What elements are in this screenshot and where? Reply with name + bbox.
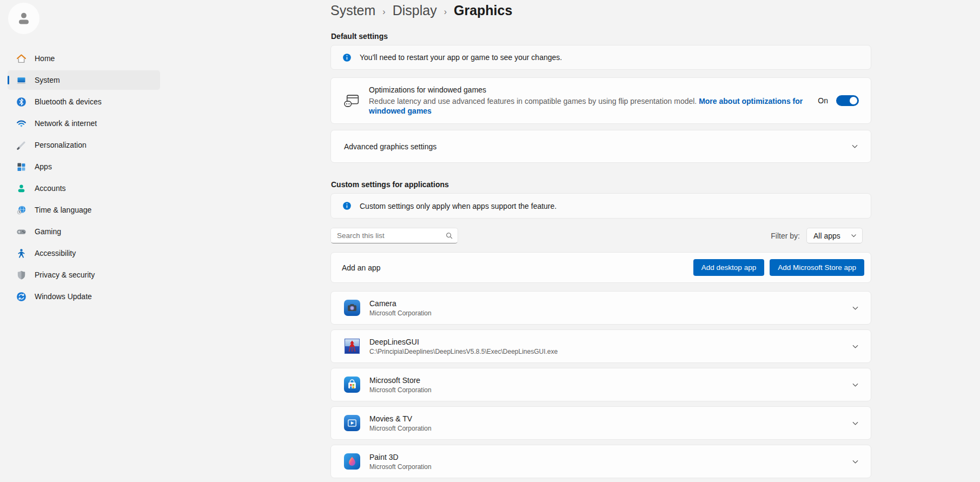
search-input[interactable] xyxy=(331,228,458,243)
sidebar-item-accounts[interactable]: Accounts xyxy=(8,179,160,198)
infobar-text: Custom settings only apply when apps sup… xyxy=(360,202,557,210)
sidebar-item-label: Time & language xyxy=(35,206,91,214)
bluetooth-icon xyxy=(16,97,27,107)
app-row-microsoft-store[interactable]: Microsoft Store Microsoft Corporation xyxy=(330,368,871,401)
sidebar-item-privacy-security[interactable]: Privacy & security xyxy=(8,265,160,285)
toggle-knob xyxy=(850,97,857,104)
search-icon xyxy=(446,232,453,240)
apps-icon xyxy=(16,162,27,172)
sidebar-item-label: Bluetooth & devices xyxy=(35,97,102,106)
advanced-graphics-settings-row[interactable]: Advanced graphics settings xyxy=(330,130,871,163)
sidebar-item-bluetooth-devices[interactable]: Bluetooth & devices xyxy=(8,92,160,111)
add-app-buttons: Add desktop app Add Microsoft Store app xyxy=(693,259,864,276)
paint-3d-app-icon xyxy=(344,453,360,470)
sidebar-item-windows-update[interactable]: Windows Update xyxy=(8,287,160,306)
app-text: Camera Microsoft Corporation xyxy=(369,299,842,317)
app-title: Camera xyxy=(369,299,842,308)
app-subtitle: Microsoft Corporation xyxy=(369,309,842,317)
app-row-camera[interactable]: Camera Microsoft Corporation xyxy=(330,291,871,325)
windowed-games-icon xyxy=(344,94,359,108)
breadcrumb-system[interactable]: System xyxy=(330,3,375,18)
chevron-down-icon xyxy=(851,342,859,351)
personalization-icon xyxy=(16,140,27,150)
breadcrumb-separator: › xyxy=(444,5,447,17)
chevron-down-icon xyxy=(850,232,857,239)
sidebar-item-label: Windows Update xyxy=(35,292,92,301)
sidebar-item-apps[interactable]: Apps xyxy=(8,157,160,176)
app-subtitle: Microsoft Corporation xyxy=(369,425,842,432)
chevron-down-icon xyxy=(851,142,859,150)
selected-indicator xyxy=(8,76,9,84)
accounts-icon xyxy=(16,183,27,194)
app-title: Movies & TV xyxy=(369,414,842,423)
custom-settings-infobar: Custom settings only apply when apps sup… xyxy=(330,193,871,219)
restart-infobar: You'll need to restart your app or game … xyxy=(330,45,871,70)
optimizations-card: Optimizations for windowed games Reduce … xyxy=(330,77,871,124)
sidebar-item-label: Personalization xyxy=(35,141,87,149)
optimizations-text: Optimizations for windowed games Reduce … xyxy=(369,85,808,116)
app-title: DeepLinesGUI xyxy=(369,338,842,346)
add-microsoft-store-app-button[interactable]: Add Microsoft Store app xyxy=(770,259,864,276)
app-subtitle: Microsoft Corporation xyxy=(369,386,842,394)
more-about-optimizations-link[interactable]: More about optimizations for xyxy=(699,97,803,105)
default-settings-heading: Default settings xyxy=(331,32,388,41)
camera-app-icon xyxy=(344,300,360,316)
sidebar-item-label: System xyxy=(35,76,60,84)
sidebar-item-home[interactable]: Home xyxy=(8,49,160,68)
app-subtitle: C:\Principia\Deeplines\DeepLinesV5.8.5\E… xyxy=(369,348,842,355)
network-icon xyxy=(16,118,27,129)
add-app-row: Add an app Add desktop app Add Microsoft… xyxy=(330,252,871,283)
app-text: Movies & TV Microsoft Corporation xyxy=(369,414,842,432)
breadcrumb: System › Display › Graphics xyxy=(330,3,512,18)
sidebar-item-accessibility[interactable]: Accessibility xyxy=(8,243,160,263)
app-row-paint-3d[interactable]: Paint 3D Microsoft Corporation xyxy=(330,445,871,478)
optimizations-description: Reduce latency and use advanced features… xyxy=(369,96,805,116)
app-title: Paint 3D xyxy=(369,453,842,461)
toggle-area: On xyxy=(818,95,859,106)
chevron-down-icon xyxy=(851,458,859,466)
sidebar-item-label: Apps xyxy=(35,162,52,171)
filter-value: All apps xyxy=(813,232,840,240)
more-about-optimizations-link[interactable]: windowed games xyxy=(369,107,432,115)
app-row-movies-tv[interactable]: Movies & TV Microsoft Corporation xyxy=(330,406,871,440)
user-avatar[interactable] xyxy=(8,3,39,34)
sidebar-item-label: Privacy & security xyxy=(35,270,95,279)
sidebar-item-personalization[interactable]: Personalization xyxy=(8,135,160,155)
optimizations-toggle[interactable] xyxy=(836,95,859,106)
sidebar-item-label: Network & internet xyxy=(35,119,97,128)
sidebar-item-gaming[interactable]: Gaming xyxy=(8,222,160,241)
chevron-down-icon xyxy=(851,381,859,389)
optimizations-description-text: Reduce latency and use advanced features… xyxy=(369,97,697,105)
breadcrumb-separator: › xyxy=(382,5,385,17)
toggle-state-label: On xyxy=(818,96,828,105)
sidebar-nav: Home System Bluetooth & devices Net xyxy=(8,49,160,308)
add-app-label: Add an app xyxy=(342,263,381,272)
sidebar-item-label: Accessibility xyxy=(35,249,76,257)
search-box xyxy=(330,228,458,243)
filter-area: Filter by: All apps xyxy=(771,228,863,243)
add-desktop-app-button[interactable]: Add desktop app xyxy=(693,259,764,276)
gaming-icon xyxy=(16,227,27,237)
app-subtitle: Microsoft Corporation xyxy=(369,463,842,471)
app-text: Microsoft Store Microsoft Corporation xyxy=(369,376,842,394)
deeplines-app-icon xyxy=(344,338,360,354)
info-icon xyxy=(342,201,352,210)
sidebar-item-network-internet[interactable]: Network & internet xyxy=(8,114,160,133)
sidebar-item-label: Accounts xyxy=(35,184,66,193)
filter-dropdown[interactable]: All apps xyxy=(806,228,863,243)
breadcrumb-display[interactable]: Display xyxy=(393,3,437,18)
main-content: System › Display › Graphics Default sett… xyxy=(330,0,871,482)
chevron-down-icon xyxy=(851,419,859,427)
sidebar-item-system[interactable]: System xyxy=(8,70,160,90)
sidebar: Home System Bluetooth & devices Net xyxy=(0,0,162,482)
chevron-down-icon xyxy=(851,304,859,312)
time-language-icon xyxy=(16,205,27,215)
home-icon xyxy=(16,54,27,64)
advanced-graphics-label: Advanced graphics settings xyxy=(344,142,436,151)
sidebar-item-time-language[interactable]: Time & language xyxy=(8,200,160,220)
person-icon xyxy=(15,10,32,27)
app-row-deeplinesgui[interactable]: DeepLinesGUI C:\Principia\Deeplines\Deep… xyxy=(330,329,871,363)
info-icon xyxy=(342,53,352,62)
infobar-text: You'll need to restart your app or game … xyxy=(360,53,562,62)
app-title: Microsoft Store xyxy=(369,376,842,385)
